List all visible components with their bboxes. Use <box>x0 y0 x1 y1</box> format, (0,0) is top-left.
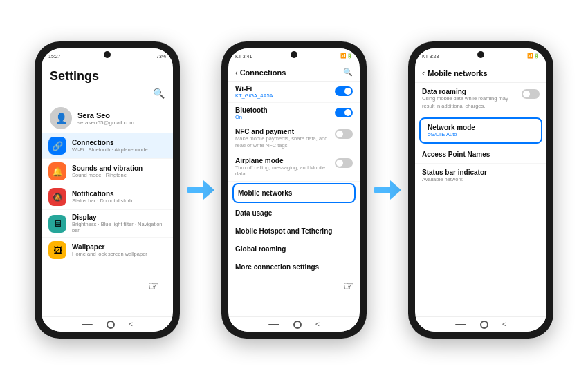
airplane-title: Airplane mode <box>235 157 331 164</box>
settings-item-wallpaper[interactable]: 🖼 Wallpaper Home and lock screen wallpap… <box>42 238 173 263</box>
connections-list: Wi-Fi KT_GiGA_4A5A Bluetooth On <box>228 82 360 316</box>
settings-item-notifications[interactable]: 🔕 Notifications Status bar · Do not dist… <box>42 184 173 210</box>
mn-item-network-mode-wrapper: Network mode 5G/LTE Auto <box>419 117 542 144</box>
avatar: 👤 <box>50 107 72 129</box>
conn-item-mobile-networks[interactable]: Mobile networks <box>234 184 354 202</box>
mn-item-network-mode[interactable]: Network mode 5G/LTE Auto <box>421 119 541 142</box>
arrow-body-1 <box>187 187 203 193</box>
wifi-toggle[interactable] <box>335 86 353 96</box>
conn-item-wifi[interactable]: Wi-Fi KT_GiGA_4A5A <box>228 82 360 103</box>
nav-home-3[interactable] <box>480 321 488 329</box>
wallpaper-title: Wallpaper <box>72 243 166 251</box>
nav-recent-2[interactable]: < <box>315 321 320 328</box>
wifi-text: Wi-Fi KT_GiGA_4A5A <box>235 85 331 99</box>
sounds-icon: 🔔 <box>48 162 66 180</box>
camera-notch-2 <box>291 51 297 58</box>
wallpaper-subtitle: Home and lock screen wallpaper <box>72 251 166 257</box>
notifications-icon: 🔕 <box>48 188 66 206</box>
camera-notch <box>104 51 111 58</box>
nav-back-2[interactable] <box>268 324 279 325</box>
display-title: Display <box>72 213 166 221</box>
connections-header-title: Connections <box>240 68 286 77</box>
conn-item-hotspot[interactable]: Mobile Hotspot and Tethering <box>228 222 360 240</box>
nav-bar-1: < <box>42 316 173 332</box>
phone-2: KT 3:41 📶🔋 ‹ Connections 🔍 Wi-Fi <box>221 41 367 339</box>
back-button-2[interactable]: ‹ Connections <box>235 68 286 77</box>
status-bar-indicator-sub: Available network <box>422 176 540 184</box>
display-subtitle: Brightness · Blue light filter · Navigat… <box>72 221 166 234</box>
display-text: Display Brightness · Blue light filter ·… <box>72 213 166 234</box>
phone-2-content: ‹ Connections 🔍 Wi-Fi KT_GiGA_4A5A <box>228 64 360 316</box>
cursor-hand-2: ☞ <box>343 278 354 294</box>
wifi-sub: KT_GiGA_4A5A <box>235 93 331 99</box>
nav-back-3[interactable] <box>455 324 466 325</box>
data-roaming-sub: Using mobile data while roaming may resu… <box>422 95 522 110</box>
bluetooth-text: Bluetooth On <box>235 106 331 120</box>
mn-item-status-bar-indicator[interactable]: Status bar indicator Available network <box>415 164 546 189</box>
conn-item-data-usage[interactable]: Data usage <box>228 205 360 222</box>
nav-bar-2: < <box>228 316 360 332</box>
sounds-subtitle: Sound mode · Ringtone <box>72 172 166 178</box>
connections-text: Connections Wi-Fi · Bluetooth · Airplane… <box>72 139 166 153</box>
status-time-1: 15:27 <box>48 54 61 59</box>
airplane-text: Airplane mode Turn off calling, messagin… <box>235 157 331 178</box>
user-name: Sera Seo <box>77 111 165 120</box>
wifi-title: Wi-Fi <box>235 85 331 93</box>
search-icon[interactable]: 🔍 <box>153 88 165 99</box>
connections-icon: 🔗 <box>48 137 66 155</box>
conn-item-airplane[interactable]: Airplane mode Turn off calling, messagin… <box>228 153 360 182</box>
nav-bar-3: < <box>415 316 546 332</box>
conn-item-global-roaming[interactable]: Global roaming <box>228 240 360 258</box>
settings-item-sounds[interactable]: 🔔 Sounds and vibration Sound mode · Ring… <box>42 159 173 184</box>
scene: 15:27 73% Settings 🔍 👤 Sera Seo seraseo6… <box>0 0 588 380</box>
bluetooth-toggle[interactable] <box>335 108 353 117</box>
wallpaper-icon: 🖼 <box>48 241 66 259</box>
search-icon-2[interactable]: 🔍 <box>343 68 353 77</box>
connections-header: ‹ Connections 🔍 <box>228 64 360 82</box>
data-roaming-title: Data roaming <box>422 88 522 95</box>
nfc-toggle[interactable] <box>335 129 353 139</box>
mobile-networks-title: Mobile networks <box>428 69 487 77</box>
conn-item-bluetooth[interactable]: Bluetooth On <box>228 103 360 124</box>
status-time-3: KT 3:23 <box>422 54 439 59</box>
nav-back-1[interactable] <box>82 324 93 325</box>
connections-title: Connections <box>72 139 166 146</box>
conn-item-mobile-networks-wrapper: Mobile networks <box>232 183 356 203</box>
mn-item-data-roaming[interactable]: Data roaming Using mobile data while roa… <box>415 83 546 115</box>
user-row: 👤 Sera Seo seraseo65@gmail.com <box>42 103 173 133</box>
bluetooth-title: Bluetooth <box>235 106 331 114</box>
mobile-networks-header: ‹ Mobile networks <box>415 64 546 83</box>
bluetooth-sub: On <box>235 114 331 120</box>
user-info: Sera Seo seraseo65@gmail.com <box>77 111 165 126</box>
chevron-left-icon-2: ‹ <box>235 68 238 77</box>
phone-3-screen: KT 3:23 📶🔋 ‹ Mobile networks Data roamin… <box>415 48 546 332</box>
settings-item-connections[interactable]: 🔗 Connections Wi-Fi · Bluetooth · Airpla… <box>42 133 173 159</box>
nav-recent-3[interactable]: < <box>502 321 506 328</box>
settings-title: Settings <box>42 64 173 86</box>
nav-recent-1[interactable]: < <box>129 321 133 328</box>
phone-3: KT 3:23 📶🔋 ‹ Mobile networks Data roamin… <box>408 41 553 339</box>
nfc-title: NFC and payment <box>235 128 331 135</box>
conn-item-more-settings[interactable]: More connection settings <box>228 258 360 276</box>
data-roaming-toggle[interactable] <box>522 89 540 99</box>
status-icons-3: 📶🔋 <box>527 53 540 59</box>
airplane-toggle[interactable] <box>335 158 353 168</box>
wallpaper-text: Wallpaper Home and lock screen wallpaper <box>72 243 166 257</box>
search-area: 🔍 <box>42 86 173 103</box>
nav-home-1[interactable] <box>107 321 115 329</box>
sounds-title: Sounds and vibration <box>72 164 166 172</box>
connections-subtitle: Wi-Fi · Bluetooth · Airplane mode <box>72 146 166 153</box>
nav-home-2[interactable] <box>293 321 302 329</box>
mn-item-access-point[interactable]: Access Point Names <box>415 146 546 164</box>
settings-item-display[interactable]: 🖥 Display Brightness · Blue light filter… <box>42 210 173 238</box>
nfc-desc: Make mobile payments, share data, and re… <box>235 135 331 149</box>
status-time-2: KT 3:41 <box>235 54 252 59</box>
status-battery-1: 73% <box>156 54 166 59</box>
phone-2-screen: KT 3:41 📶🔋 ‹ Connections 🔍 Wi-Fi <box>228 48 360 332</box>
notifications-subtitle: Status bar · Do not disturb <box>72 198 166 204</box>
arrow-2 <box>374 180 401 200</box>
airplane-desc: Turn off calling, messaging, and Mobile … <box>235 164 331 178</box>
back-icon-3[interactable]: ‹ <box>422 68 425 78</box>
conn-item-nfc[interactable]: NFC and payment Make mobile payments, sh… <box>228 124 360 153</box>
arrow-head-2 <box>390 180 401 200</box>
